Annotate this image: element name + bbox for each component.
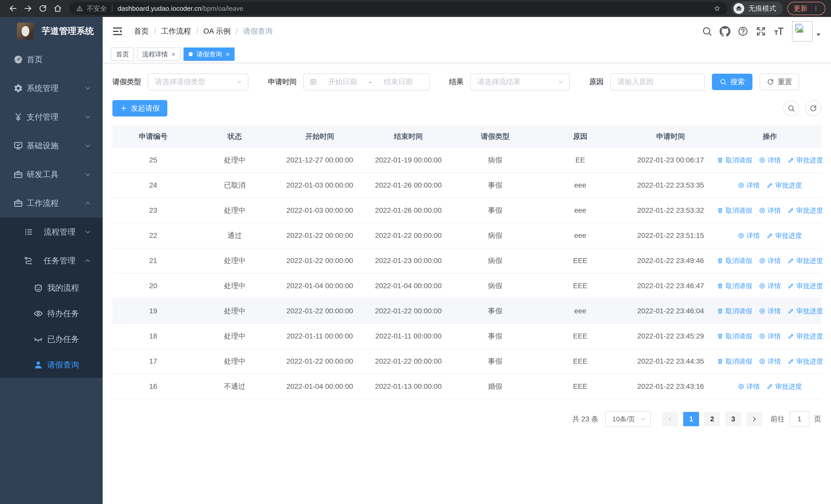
sidebar-item-基础设施[interactable]: 基础设施	[0, 131, 103, 160]
search-button[interactable]: 搜索	[712, 73, 752, 90]
page-button-2[interactable]: 2	[704, 412, 720, 426]
breadcrumb-workflow[interactable]: 工作流程	[161, 26, 191, 36]
cell-actions: 取消请假详情审批进度	[718, 307, 821, 316]
browser-update-button[interactable]: 更新	[787, 2, 825, 15]
table-row-22: 22通过2022-01-22 00:00:002022-01-22 00:00:…	[112, 223, 821, 248]
view-icon	[759, 157, 766, 164]
sidebar-collapse-icon[interactable]	[112, 26, 123, 37]
reset-button[interactable]: 重置	[760, 73, 799, 90]
show-search-button[interactable]	[783, 100, 799, 116]
action-progress-link[interactable]: 审批进度	[787, 281, 823, 291]
leave-type-select[interactable]: 请选择请假类型	[148, 73, 249, 90]
app-logo-row[interactable]: 芋道管理系统	[0, 17, 103, 45]
table-toolbar: 发起请假	[112, 100, 821, 117]
sidebar-item-我的流程[interactable]: 我的流程	[0, 275, 103, 301]
sidebar-item-请假查询[interactable]: 请假查询	[0, 352, 103, 378]
edit-icon	[787, 283, 794, 289]
browser-home-button[interactable]	[50, 2, 65, 16]
trash-icon	[717, 333, 723, 339]
help-icon[interactable]	[738, 26, 748, 37]
browser-back-button[interactable]	[6, 2, 21, 16]
close-icon[interactable]: ×	[171, 51, 175, 58]
tab-leave-query[interactable]: 请假查询 ×	[183, 48, 235, 61]
page-button-3[interactable]: 3	[725, 412, 741, 426]
action-progress-link[interactable]: 审批进度	[787, 357, 823, 366]
action-progress-link[interactable]: 审批进度	[767, 231, 802, 240]
start-date-input[interactable]: 开始日期	[317, 77, 368, 87]
action-cancel-link[interactable]: 取消请假	[717, 156, 752, 165]
reason-input[interactable]: 请输入原因	[610, 73, 705, 90]
action-cancel-link[interactable]: 取消请假	[717, 357, 752, 366]
create-leave-button[interactable]: 发起请假	[112, 100, 167, 117]
end-date-input[interactable]: 结束日期	[373, 77, 424, 87]
address-bar[interactable]: 不安全 dashboard.yudao.iocoder.cn/bpm/oa/le…	[69, 2, 727, 15]
action-progress-link[interactable]: 审批进度	[767, 181, 802, 190]
fullscreen-icon[interactable]	[755, 26, 766, 37]
action-cancel-link[interactable]: 取消请假	[717, 256, 752, 265]
home-icon	[53, 4, 62, 13]
action-detail-link[interactable]: 详情	[759, 307, 781, 316]
action-cancel-link[interactable]: 取消请假	[717, 332, 752, 341]
action-cancel-link[interactable]: 取消请假	[717, 281, 752, 291]
refresh-table-button[interactable]	[805, 100, 821, 116]
sidebar-item-待办任务[interactable]: 待办任务	[0, 301, 103, 326]
user-avatar[interactable]	[792, 21, 812, 41]
action-progress-link[interactable]: 审批进度	[787, 307, 823, 316]
action-cancel-link[interactable]: 取消请假	[717, 307, 752, 316]
breadcrumb-home[interactable]: 首页	[134, 26, 149, 36]
bookmark-star-icon[interactable]	[713, 5, 721, 12]
security-label[interactable]: 不安全	[87, 4, 107, 13]
cell-start: 2022-01-22 00:00:00	[276, 232, 364, 240]
goto-page-input[interactable]: 1	[790, 411, 809, 427]
action-progress-link[interactable]: 审批进度	[787, 256, 823, 265]
avatar-caret-down-icon[interactable]	[815, 31, 822, 38]
sidebar-item-已办任务[interactable]: 已办任务	[0, 326, 103, 352]
sidebar-item-工作流程[interactable]: 工作流程	[0, 189, 103, 217]
sidebar-item-系统管理[interactable]: 系统管理	[0, 74, 103, 102]
result-select[interactable]: 请选择流结果	[470, 73, 570, 90]
browser-refresh-button[interactable]	[35, 2, 50, 16]
close-icon[interactable]: ×	[226, 51, 229, 58]
action-detail-link[interactable]: 详情	[738, 231, 760, 240]
page-button-1[interactable]: 1	[683, 412, 699, 426]
incognito-label: 无痕模式	[748, 4, 776, 13]
table-row-18: 18处理中2022-01-11 00:00:002022-01-11 00:00…	[112, 324, 821, 349]
action-detail-link[interactable]: 详情	[759, 332, 781, 341]
action-detail-link[interactable]: 详情	[759, 281, 781, 291]
action-progress-link[interactable]: 审批进度	[767, 382, 802, 391]
page-size-select[interactable]: 10条/页	[605, 411, 651, 427]
action-detail-link[interactable]: 详情	[759, 206, 781, 215]
action-detail-link[interactable]: 详情	[738, 382, 760, 391]
font-size-icon[interactable]	[774, 26, 784, 37]
sidebar-item-任务管理[interactable]: 任务管理	[0, 246, 103, 275]
header-search-icon[interactable]	[701, 26, 712, 37]
action-detail-link[interactable]: 详情	[759, 156, 781, 165]
action-progress-link[interactable]: 审批进度	[787, 332, 823, 341]
edit-icon	[787, 333, 794, 339]
action-cancel-link[interactable]: 取消请假	[717, 206, 752, 215]
sidebar-item-支付管理[interactable]: 支付管理	[0, 102, 103, 131]
cell-type: 事假	[453, 356, 538, 366]
action-progress-link[interactable]: 审批进度	[787, 206, 823, 215]
browser-forward-button[interactable]	[21, 2, 35, 16]
breadcrumb-oa[interactable]: OA 示例	[203, 26, 230, 36]
sidebar-item-首页[interactable]: 首页	[0, 45, 103, 74]
table-row-23: 23处理中2022-01-03 00:00:002022-01-26 00:00…	[112, 198, 821, 223]
prev-page-button[interactable]	[662, 412, 678, 426]
action-progress-link[interactable]: 审批进度	[787, 156, 823, 165]
update-label[interactable]: 更新	[794, 4, 807, 13]
action-detail-link[interactable]: 详情	[759, 357, 781, 366]
action-detail-link[interactable]: 详情	[738, 181, 760, 190]
tab-home[interactable]: 首页	[111, 48, 134, 61]
github-icon[interactable]	[720, 26, 730, 37]
kebab-menu-icon[interactable]	[812, 5, 819, 12]
cell-id: 16	[112, 382, 194, 391]
action-detail-link[interactable]: 详情	[759, 256, 781, 265]
trash-icon	[717, 283, 723, 289]
next-page-button[interactable]	[746, 412, 762, 426]
tab-process-detail[interactable]: 流程详情 ×	[137, 48, 180, 61]
cell-start: 2022-01-03 00:00:00	[276, 181, 364, 189]
sidebar-item-流程管理[interactable]: 流程管理	[0, 217, 103, 246]
sidebar-item-研发工具[interactable]: 研发工具	[0, 160, 103, 189]
apply-time-range-picker[interactable]: 开始日期 - 结束日期	[303, 73, 430, 90]
